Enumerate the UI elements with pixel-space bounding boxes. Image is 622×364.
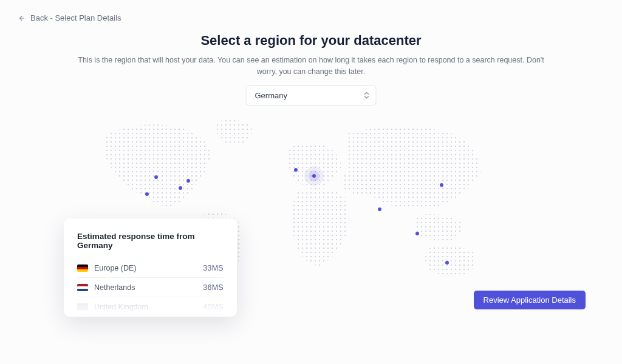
latency-row: Europe (DE)33MS [77, 258, 224, 278]
back-link[interactable]: Back - Select Plan Details [18, 13, 121, 22]
region-select-value: Germany [255, 91, 287, 100]
flag-icon [77, 303, 88, 311]
datacenter-marker[interactable] [186, 179, 190, 183]
page-title: Select a region for your datacenter [73, 33, 549, 49]
region-select[interactable]: Germany [246, 85, 377, 106]
datacenter-marker[interactable] [145, 192, 149, 196]
latency-row: Netherlands36MS [77, 278, 224, 297]
latency-row-label: Europe (DE) [94, 264, 136, 272]
datacenter-marker[interactable] [445, 261, 449, 265]
heading-block: Select a region for your datacenter This… [0, 33, 622, 78]
latency-card: Estimated response time from Germany Eur… [64, 218, 237, 317]
latency-row-label: Netherlands [94, 283, 135, 292]
datacenter-marker[interactable] [294, 168, 298, 172]
datacenter-marker[interactable] [378, 207, 381, 211]
review-application-button[interactable]: Review Application Details [474, 291, 586, 309]
chevron-up-down-icon [364, 92, 370, 99]
datacenter-marker[interactable] [415, 232, 419, 235]
datacenter-marker[interactable] [154, 175, 158, 179]
page-subtitle: This is the region that will host your d… [73, 55, 549, 78]
datacenter-marker[interactable] [440, 183, 443, 187]
flag-icon [77, 265, 88, 272]
back-label: Back - Select Plan Details [30, 13, 121, 22]
datacenter-marker[interactable] [312, 174, 316, 178]
latency-row-value: 40MS [203, 303, 224, 311]
latency-row-value: 36MS [203, 283, 224, 292]
latency-row-value: 33MS [203, 264, 224, 272]
arrow-left-icon [18, 15, 26, 22]
latency-card-title: Estimated response time from Germany [77, 232, 224, 250]
flag-icon [77, 284, 88, 291]
latency-row: United Kingdom40MS [77, 297, 224, 317]
latency-row-label: United Kingdom [94, 303, 148, 311]
datacenter-marker[interactable] [179, 186, 182, 190]
